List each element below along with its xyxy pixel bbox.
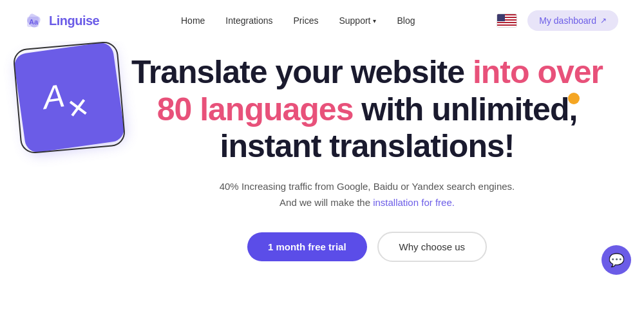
external-link-icon: ↗ <box>600 16 607 25</box>
hero-title: Translate your website into over 80 lang… <box>129 54 605 165</box>
navbar: Aa Linguise Home Integrations Prices Sup… <box>0 0 644 41</box>
nav-integrations[interactable]: Integrations <box>225 15 272 26</box>
translation-card: A ✕ <box>13 41 126 154</box>
logo[interactable]: Aa Linguise <box>26 12 99 30</box>
chat-icon: 💬 <box>609 252 625 268</box>
translation-icon: A ✕ <box>37 68 101 127</box>
flag-us-icon[interactable] <box>497 14 517 28</box>
hero-subtitle: 40% Increasing traffic from Google, Baid… <box>129 178 605 211</box>
nav-prices[interactable]: Prices <box>294 15 319 26</box>
hero-section: A ✕ Translate your website into over 80 … <box>0 41 644 288</box>
nav-right: My dashboard ↗ <box>497 10 618 31</box>
nav-support[interactable]: Support ▾ <box>339 15 376 26</box>
logo-text: Linguise <box>49 14 99 28</box>
svg-text:✕: ✕ <box>64 91 91 124</box>
nav-home[interactable]: Home <box>181 15 205 26</box>
chevron-down-icon: ▾ <box>373 17 376 24</box>
why-choose-us-button[interactable]: Why choose us <box>377 232 488 262</box>
hero-cta-buttons: 1 month free trial Why choose us <box>129 232 605 262</box>
nav-links: Home Integrations Prices Support ▾ Blog <box>181 15 415 26</box>
my-dashboard-button[interactable]: My dashboard ↗ <box>527 10 618 31</box>
nav-blog[interactable]: Blog <box>397 15 415 26</box>
installation-link[interactable]: installation for free. <box>373 197 455 208</box>
linguise-logo-icon: Aa <box>26 12 44 30</box>
free-trial-button[interactable]: 1 month free trial <box>247 232 367 261</box>
chat-bubble-button[interactable]: 💬 <box>601 245 631 275</box>
svg-text:Aa: Aa <box>29 18 39 26</box>
svg-text:A: A <box>38 77 66 116</box>
orange-dot-decoration <box>568 93 580 104</box>
